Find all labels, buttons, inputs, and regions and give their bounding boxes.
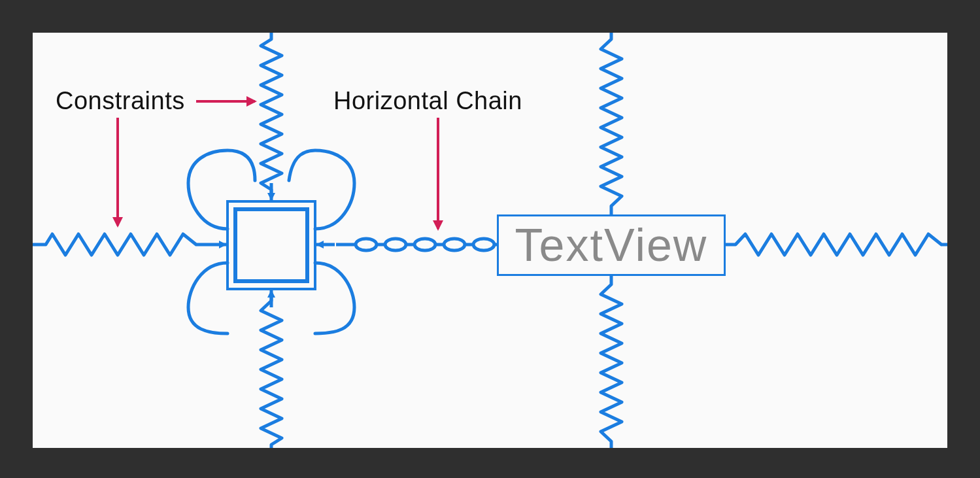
- svg-point-3: [414, 239, 435, 250]
- zigzag-icon: [601, 33, 622, 214]
- zigzag-icon: [33, 234, 206, 255]
- zigzag-icon: [601, 276, 622, 448]
- selected-view-inner: [235, 209, 307, 281]
- constraints-annotation-label: Constraints: [56, 87, 185, 115]
- constraint-handle-icon: [315, 263, 354, 333]
- constraint-handle-icon: [188, 263, 228, 333]
- zigzag-icon: [261, 294, 282, 448]
- chain-link-icon: [336, 239, 497, 250]
- svg-point-5: [473, 239, 494, 250]
- constraint-handle-icon: [188, 150, 255, 229]
- horizontal-chain-annotation-label: Horizontal Chain: [333, 87, 522, 115]
- svg-point-1: [356, 239, 377, 250]
- layout-editor-canvas[interactable]: TextView Constraints Horizontal Chain: [33, 33, 947, 448]
- textview-widget[interactable]: TextView: [497, 214, 726, 276]
- zigzag-icon: [726, 234, 947, 255]
- selected-view-outline[interactable]: [228, 201, 315, 289]
- svg-point-2: [385, 239, 406, 250]
- zigzag-icon: [261, 33, 282, 196]
- textview-placeholder-label: TextView: [509, 222, 715, 268]
- constraint-handle-icon: [289, 150, 354, 229]
- svg-point-4: [444, 239, 465, 250]
